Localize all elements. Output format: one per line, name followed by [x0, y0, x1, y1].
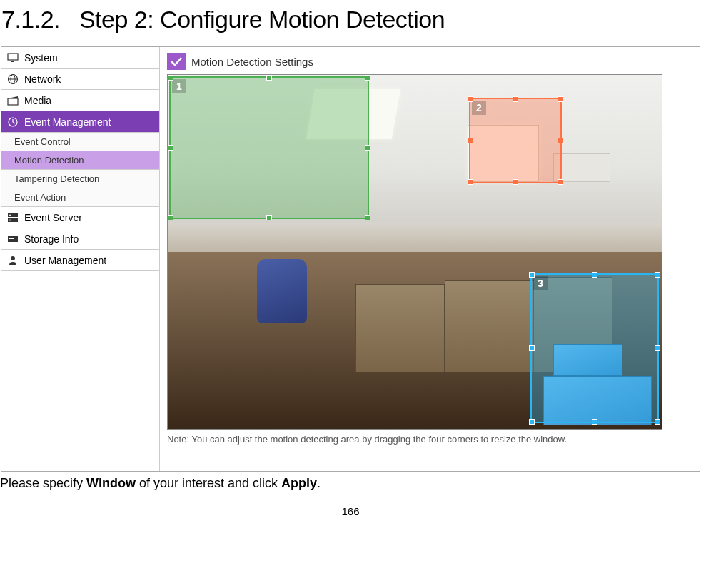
note-text: Note: You can adjust the motion detectin… — [167, 434, 692, 445]
heading-number: 7.1.2. — [1, 6, 60, 33]
resize-handle[interactable] — [592, 419, 597, 425]
detection-region-3[interactable]: 3 — [530, 273, 659, 423]
page-number: 166 — [0, 505, 701, 517]
wall-area — [168, 223, 662, 252]
section-header: Motion Detection Settings — [167, 53, 692, 70]
cabinet — [355, 284, 445, 372]
sidebar-item-label: User Management — [24, 255, 106, 266]
resize-handle[interactable] — [513, 96, 518, 102]
sidebar-item-label: Network — [24, 74, 61, 85]
camera-preview[interactable]: 1 2 3 — [167, 74, 662, 430]
sidebar-item-motion-detection[interactable]: Motion Detection — [1, 151, 159, 170]
resize-handle[interactable] — [529, 345, 535, 351]
section-title: Motion Detection Settings — [191, 56, 313, 68]
sidebar-item-event-control[interactable]: Event Control — [1, 133, 159, 151]
cabinet — [445, 280, 534, 372]
resize-handle[interactable] — [266, 215, 272, 220]
sidebar: System Network Media Event Management Ev… — [1, 47, 160, 471]
main-panel: Motion Detection Settings 1 — [160, 47, 700, 471]
monitor-icon — [6, 51, 20, 64]
svg-rect-0 — [8, 54, 18, 60]
resize-handle[interactable] — [513, 179, 518, 185]
resize-handle[interactable] — [558, 138, 563, 143]
resize-handle[interactable] — [655, 272, 660, 278]
text: . — [317, 476, 321, 490]
sidebar-item-label: Event Management — [24, 116, 111, 128]
sidebar-item-label: System — [24, 52, 58, 64]
resize-handle[interactable] — [365, 145, 370, 151]
resize-handle[interactable] — [592, 272, 597, 278]
svg-rect-12 — [9, 238, 14, 239]
resize-handle[interactable] — [655, 345, 660, 351]
sidebar-item-system[interactable]: System — [1, 47, 159, 69]
text: of your interest and click — [136, 476, 281, 490]
detection-region-2[interactable]: 2 — [469, 98, 562, 183]
svg-point-10 — [9, 219, 11, 220]
alarm-icon — [6, 116, 20, 128]
user-icon — [6, 254, 20, 267]
office-chair — [257, 259, 321, 359]
clapper-icon — [6, 94, 20, 107]
text-bold: Apply — [281, 476, 317, 490]
region-label: 3 — [533, 276, 548, 290]
resize-handle[interactable] — [558, 96, 563, 102]
sidebar-item-label: Event Control — [14, 136, 71, 147]
svg-point-13 — [11, 256, 15, 260]
sidebar-item-label: Event Action — [14, 192, 66, 203]
text: Please specify — [0, 476, 86, 490]
resize-handle[interactable] — [168, 75, 173, 81]
sidebar-item-user-management[interactable]: User Management — [1, 250, 159, 271]
resize-handle[interactable] — [168, 215, 173, 220]
region-label: 2 — [472, 101, 486, 115]
resize-handle[interactable] — [266, 75, 272, 81]
resize-handle[interactable] — [468, 179, 473, 185]
resize-handle[interactable] — [558, 179, 563, 185]
detection-region-1[interactable]: 1 — [169, 76, 369, 219]
sidebar-item-tampering-detection[interactable]: Tampering Detection — [1, 170, 159, 188]
sidebar-item-event-management[interactable]: Event Management — [1, 111, 159, 133]
sidebar-item-network[interactable]: Network — [1, 69, 159, 90]
sidebar-item-label: Tampering Detection — [14, 173, 99, 184]
server-icon — [6, 211, 20, 224]
sidebar-item-label: Storage Info — [24, 233, 79, 245]
svg-rect-1 — [11, 61, 14, 62]
resize-handle[interactable] — [655, 419, 660, 425]
resize-handle[interactable] — [168, 145, 173, 151]
section-toggle-checkbox[interactable] — [167, 53, 186, 70]
checkmark-icon — [170, 56, 183, 66]
svg-point-9 — [9, 214, 11, 216]
sidebar-item-event-server[interactable]: Event Server — [1, 207, 159, 228]
resize-handle[interactable] — [529, 419, 535, 425]
text-bold: Window — [86, 476, 136, 490]
sidebar-item-media[interactable]: Media — [1, 90, 159, 111]
ceiling-tile — [553, 153, 610, 182]
resize-handle[interactable] — [529, 272, 535, 278]
resize-handle[interactable] — [468, 96, 473, 102]
app-screenshot: System Network Media Event Management Ev… — [1, 46, 700, 472]
instruction-text: Please specify Window of your interest a… — [0, 475, 701, 505]
resize-handle[interactable] — [468, 138, 473, 143]
heading-text: Step 2: Configure Motion Detection — [79, 6, 445, 33]
resize-handle[interactable] — [365, 75, 370, 81]
region-label: 1 — [172, 79, 186, 93]
sidebar-item-storage-info[interactable]: Storage Info — [1, 228, 159, 250]
sidebar-item-label: Motion Detection — [14, 155, 84, 166]
resize-handle[interactable] — [365, 215, 370, 220]
svg-rect-5 — [8, 98, 18, 105]
page-heading: 7.1.2. Step 2: Configure Motion Detectio… — [0, 0, 701, 46]
globe-icon — [6, 73, 20, 86]
sidebar-item-event-action[interactable]: Event Action — [1, 188, 159, 207]
sidebar-item-label: Media — [24, 95, 51, 106]
sidebar-item-label: Event Server — [24, 212, 82, 223]
storage-icon — [6, 233, 20, 245]
